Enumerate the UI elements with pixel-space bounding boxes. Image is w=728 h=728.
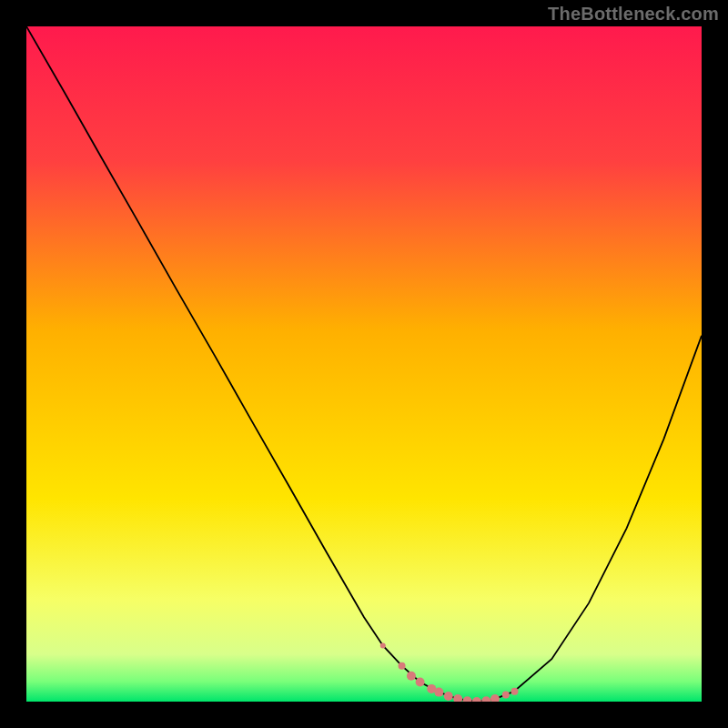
chart-svg [26, 26, 702, 702]
watermark-label: TheBottleneck.com [548, 4, 719, 25]
marker-dot [511, 688, 518, 695]
marker-dot [444, 692, 453, 701]
marker-dot [380, 642, 386, 648]
marker-dot [434, 688, 443, 697]
chart-frame: TheBottleneck.com [0, 0, 728, 728]
marker-dot [399, 662, 406, 670]
marker-dot [407, 672, 416, 681]
marker-dot [416, 677, 425, 686]
plot-area [26, 26, 702, 702]
gradient-background [26, 26, 702, 702]
marker-dot [502, 692, 510, 699]
